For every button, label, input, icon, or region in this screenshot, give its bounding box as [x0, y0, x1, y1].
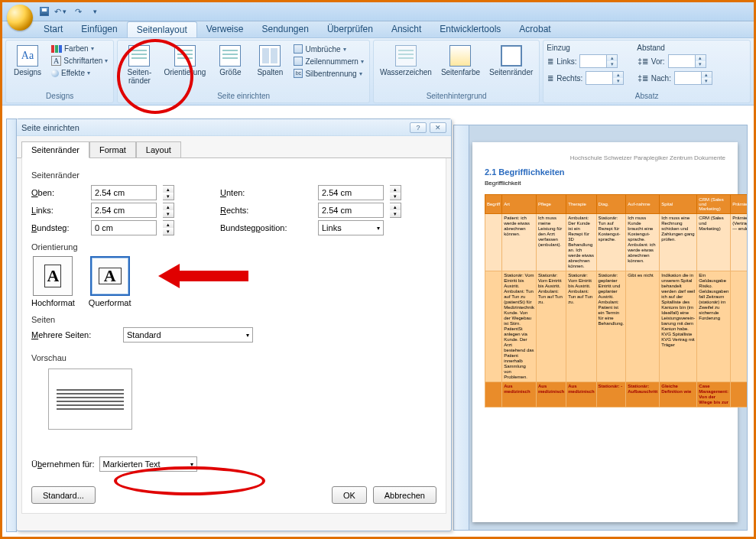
page-header-small: Hochschule Schweizer Paraplegiker Zentru…: [485, 154, 725, 161]
schriftarten-button[interactable]: ASchriftarten▾: [49, 55, 110, 67]
input-links[interactable]: [91, 203, 157, 218]
doc-ruler: [454, 125, 469, 530]
groesse-button[interactable]: Größe: [212, 44, 248, 78]
tab-ansicht[interactable]: Ansicht: [382, 21, 430, 37]
dialog-body: Seitenränder Oben:▴▾ Links:▴▾ Bundsteg:▴…: [21, 158, 446, 514]
tab-acrobat[interactable]: Acrobat: [510, 21, 560, 37]
table-header: Spital: [660, 195, 697, 214]
input-oben[interactable]: [91, 185, 157, 200]
effekte-button[interactable]: Effekte▾: [49, 68, 110, 78]
table-header: Diag.: [596, 195, 626, 214]
group-seitenhintergrund: Wasserzeichen Seitenfarbe Seitenränder S…: [373, 40, 540, 103]
dialog-title-text: Seite einrichten: [21, 123, 79, 132]
table-header: Begriff: [485, 195, 502, 214]
select-bundstegpos[interactable]: Links▾: [318, 220, 384, 235]
office-button[interactable]: [7, 5, 33, 31]
ok-button[interactable]: OK: [332, 486, 367, 504]
dialog-tab-layout[interactable]: Layout: [136, 141, 181, 158]
lbl-bundstegpos: Bundstegposition:: [220, 223, 312, 232]
document-page[interactable]: Hochschule Schweizer Paraplegiker Zentru…: [472, 142, 738, 522]
lbl-oben: Oben:: [31, 188, 85, 197]
preview-box: [48, 369, 132, 430]
dialog-tab-seitenraender[interactable]: Seitenränder: [21, 141, 89, 158]
cancel-button[interactable]: Abbrechen: [373, 486, 436, 504]
table-header: Art: [502, 195, 537, 214]
seitenfarbe-button[interactable]: Seitenfarbe: [438, 44, 483, 78]
table-header: Auf-nahme: [626, 195, 660, 214]
silbentrennung-button[interactable]: bcSilbentrennung▾: [291, 68, 365, 79]
tab-entwicklertools[interactable]: Entwicklertools: [430, 21, 510, 37]
querformat-button[interactable]: A Querformat: [89, 256, 131, 307]
lbl-unten: Unten:: [220, 188, 312, 197]
umbrueche-button[interactable]: Umbrüche▾: [291, 44, 365, 54]
page-setup-dialog: Seite einrichten ? ✕ Seitenränder Format…: [16, 119, 452, 531]
abstand-nach[interactable]: ‡≣Nach:▴▾: [637, 70, 713, 86]
save-icon[interactable]: [37, 5, 51, 18]
lbl-bundsteg: Bundsteg:: [31, 223, 85, 232]
vertical-ruler: [6, 119, 17, 532]
table-row: Stationär: Vom Eintritt bis Austritt. Am…: [485, 271, 748, 382]
dialog-titlebar[interactable]: Seite einrichten ? ✕: [17, 119, 451, 136]
dialog-tab-format[interactable]: Format: [89, 141, 136, 158]
section-heading: 2.1 Begrifflichkeiten: [485, 167, 725, 177]
tab-verweise[interactable]: Verweise: [197, 21, 253, 37]
ribbon-tabs: Start Einfügen Seitenlayout Verweise Sen…: [2, 21, 754, 38]
orient-title: Orientierung: [31, 242, 436, 252]
help-icon[interactable]: ?: [410, 122, 427, 133]
abstand-vor[interactable]: ‡≣Vor:▴▾: [637, 54, 713, 69]
select-uebernehmen[interactable]: Markierten Text▾: [99, 456, 197, 472]
input-bundsteg[interactable]: [91, 220, 157, 235]
margins-title: Seitenränder: [31, 170, 436, 180]
input-unten[interactable]: [318, 185, 384, 200]
input-rechts[interactable]: [318, 203, 384, 218]
vorschau-title: Vorschau: [31, 353, 436, 362]
hochformat-button[interactable]: A Hochformat: [31, 256, 75, 307]
seitenraender-bg-button[interactable]: Seitenränder: [486, 44, 536, 78]
dialog-tabs: Seitenränder Format Layout: [17, 136, 451, 158]
orientierung-button[interactable]: Orientierung: [161, 44, 209, 78]
seiten-title: Seiten: [31, 315, 436, 324]
table-row: Patient: ich werde etwas abrechnen könne…: [485, 214, 748, 271]
quick-access-toolbar: ↶▾ ↷ ▾: [37, 5, 102, 18]
lbl-links: Links:: [31, 206, 85, 215]
qat-customize-icon[interactable]: ▾: [88, 5, 102, 18]
subsection-text: Begrifflichkeit: [485, 180, 725, 187]
document-area: Hochschule Schweizer Paraplegiker Zentru…: [453, 125, 748, 531]
table-header: CRM (Sales und Marketing): [697, 195, 731, 214]
abstand-label: Abstand: [637, 44, 713, 52]
tab-seitenlayout[interactable]: Seitenlayout: [127, 21, 197, 37]
lbl-uebernehmen: Übernehmen für:: [31, 459, 95, 469]
table-header: Pflege: [536, 195, 566, 214]
title-bar: ↶▾ ↷ ▾: [2, 2, 754, 21]
tab-sendungen[interactable]: Sendungen: [252, 21, 317, 37]
group-designs: Aa Designs Farben▾ ASchriftarten▾ Effekt…: [5, 40, 114, 103]
content-table: BegriffArtPflegeTherapieDiag.Auf-nahmeSp…: [485, 194, 748, 407]
farben-button[interactable]: Farben▾: [49, 44, 110, 54]
seitenraender-button[interactable]: Seiten- ränder: [121, 44, 157, 86]
ribbon: Aa Designs Farben▾ ASchriftarten▾ Effekt…: [2, 38, 754, 106]
group-title-designs: Designs: [8, 91, 112, 101]
close-icon[interactable]: ✕: [430, 122, 446, 133]
designs-button[interactable]: Aa Designs: [9, 44, 46, 78]
table-header: Prämien-zahlen: [731, 195, 748, 214]
tab-ueberpruefen[interactable]: Überprüfen: [318, 21, 382, 37]
table-header: Therapie: [566, 195, 596, 214]
lbl-mehrere: Mehrere Seiten:: [31, 330, 114, 339]
einzug-label: Einzug: [547, 44, 625, 52]
standard-button[interactable]: Standard...: [31, 486, 96, 504]
einzug-rechts[interactable]: ≣Rechts:▴▾: [547, 70, 625, 86]
zeilennummern-button[interactable]: Zeilennummern▾: [291, 56, 365, 67]
group-title-absatz: Absatz: [545, 91, 748, 101]
einzug-links[interactable]: ≣Links:▴▾: [547, 54, 625, 69]
select-mehrere[interactable]: Standard▾: [123, 327, 253, 343]
wasserzeichen-button[interactable]: Wasserzeichen: [377, 44, 435, 78]
undo-icon[interactable]: ↶▾: [54, 5, 68, 18]
spalten-button[interactable]: Spalten: [251, 44, 288, 78]
group-absatz: Einzug ≣Links:▴▾ ≣Rechts:▴▾ Abstand ‡≣Vo…: [543, 40, 751, 103]
tab-einfuegen[interactable]: Einfügen: [72, 21, 126, 37]
group-title-hintergrund: Seitenhintergrund: [375, 91, 537, 101]
redo-icon[interactable]: ↷: [71, 5, 85, 18]
tab-start[interactable]: Start: [34, 21, 72, 37]
group-seite-einrichten: Seiten- ränder Orientierung Größe Spalte…: [117, 40, 370, 103]
table-row: Aus medizinischAus medizinischAus medizi…: [485, 382, 748, 407]
